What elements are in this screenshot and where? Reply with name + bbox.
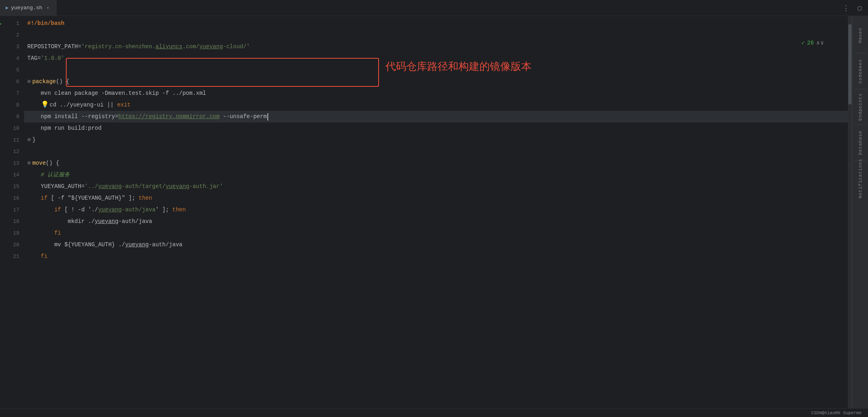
bulb-icon: 💡 — [41, 99, 49, 111]
sidebar-item-maven[interactable]: Maven — [852, 19, 868, 51]
bottom-bar: CSDN@XiaoRH Superme — [0, 408, 868, 417]
sidebar-divider-3 — [854, 125, 866, 125]
code-line-5 — [24, 64, 848, 76]
codegeex-label: CodeGeex — [858, 59, 863, 84]
code-line-16: if [ -f "${YUEYANG_AUTH}" ]; then — [24, 192, 848, 204]
notifications-label: Notifications — [858, 159, 863, 198]
code-line-2 — [24, 29, 848, 41]
code-line-12 — [24, 146, 848, 157]
line-number-14: 14 — [6, 169, 19, 181]
code-line-11: ⊖} — [24, 134, 848, 146]
sidebar-item-endpoints[interactable]: Endpoints — [852, 91, 868, 123]
code-line-4: TAG='1.0.0' — [24, 53, 848, 64]
tab-bar-actions: ⋮ ▢ — [839, 2, 868, 14]
line-number-13: 13 — [6, 157, 19, 169]
code-line-1: #!/bin/bash — [24, 18, 848, 29]
tab-list: ▶ yueyang.sh × — [0, 0, 57, 16]
tab-filename: yueyang.sh — [11, 5, 42, 11]
code-line-21: fi — [24, 251, 848, 262]
line-number-10: 10 — [6, 123, 19, 134]
line-number-6: 6 — [6, 76, 19, 88]
line-number-21: 21 — [6, 251, 19, 262]
sidebar-divider-2 — [854, 89, 866, 89]
code-line-9: npm install --registry=https://registry.… — [24, 111, 848, 123]
line-number-18: 18 — [6, 216, 19, 227]
line-number-20: 20 — [6, 239, 19, 251]
text-cursor — [267, 113, 268, 121]
line-number-1: ▶ 1 — [6, 18, 19, 29]
maven-label: Maven — [858, 28, 863, 43]
code-editor[interactable]: ▶ 1 2 3 4 5 6 7 8 9 10 11 12 13 14 15 16… — [0, 16, 852, 408]
code-line-17: if [ ! -d './yueyang-auth/java' ]; then — [24, 204, 848, 216]
endpoints-label: Endpoints — [858, 93, 863, 121]
line-number-2: 2 — [6, 29, 19, 41]
code-line-10: npm run build:prod — [24, 123, 848, 134]
sidebar-item-codegeex[interactable]: CodeGeex — [852, 55, 868, 87]
database-label: Database — [858, 131, 863, 155]
code-line-8: 💡cd ../yueyang-ui || exit — [24, 99, 848, 111]
main-area: ▶ 1 2 3 4 5 6 7 8 9 10 11 12 13 14 15 16… — [0, 16, 868, 408]
chevron-down-icon[interactable]: ∨ — [821, 39, 824, 46]
sidebar-item-database[interactable]: Database — [852, 127, 868, 159]
line-count: 26 — [807, 40, 814, 46]
code-line-7: mvn clean package -Dmaven.test.skip -f .… — [24, 88, 848, 99]
code-line-18: mkdir ./yueyang-auth/java — [24, 216, 848, 227]
code-line-14: # 认证服务 — [24, 169, 848, 181]
chevron-up-icon[interactable]: ∧ — [816, 39, 819, 46]
tab-yueyang-sh[interactable]: ▶ yueyang.sh × — [0, 0, 57, 16]
shell-file-icon: ▶ — [6, 5, 8, 11]
tab-bar: ▶ yueyang.sh × ⋮ ▢ — [0, 0, 868, 16]
code-line-13: ⊖move() { — [24, 157, 848, 169]
code-content[interactable]: #!/bin/bash REPOSITORY_PATH='registry.cn… — [24, 16, 848, 408]
checkmark-icon: ✓ — [801, 39, 805, 46]
line-number-19: 19 — [6, 227, 19, 239]
code-line-20: mv ${YUEYANG_AUTH} ./yueyang-auth/java — [24, 239, 848, 251]
line-number-5: 5 — [6, 64, 19, 76]
line-number-11: 11 — [6, 134, 19, 146]
editor-scrollbar[interactable] — [848, 16, 852, 408]
line-number-12: 12 — [6, 146, 19, 157]
code-line-6: ⊖package() { — [24, 76, 848, 88]
maximize-button[interactable]: ▢ — [854, 2, 865, 14]
more-options-button[interactable]: ⋮ — [839, 2, 853, 14]
sidebar-divider-1 — [854, 53, 866, 53]
fold-icon-13: ⊖ — [27, 157, 31, 169]
sidebar-item-notifications[interactable]: Notifications — [852, 162, 868, 194]
line-numbers: ▶ 1 2 3 4 5 6 7 8 9 10 11 12 13 14 15 16… — [0, 16, 24, 408]
run-icon[interactable]: ▶ — [0, 18, 2, 29]
right-sidebar: Maven CodeGeex Endpoints Database Notifi… — [852, 16, 868, 408]
line-number-8: 8 — [6, 99, 19, 111]
fold-icon-6: ⊖ — [27, 76, 31, 88]
line-number-16: 16 — [6, 192, 19, 204]
bottom-bar-info: CSDN@XiaoRH Superme — [811, 411, 862, 415]
line-number-17: 17 — [6, 204, 19, 216]
line-number-9: 9 — [6, 111, 19, 123]
code-line-15: YUEYANG_AUTH='../yueyang-auth/target/yue… — [24, 181, 848, 192]
code-line-3: REPOSITORY_PATH='registry.cn-shenzhen.al… — [24, 41, 848, 53]
line-number-15: 15 — [6, 181, 19, 192]
fold-icon-11: ⊖ — [27, 134, 31, 146]
line-counter-chevrons[interactable]: ∧ ∨ — [816, 39, 824, 46]
shebang: #!/bin/bash — [27, 18, 64, 29]
line-counter: ✓ 26 ∧ ∨ — [801, 39, 824, 46]
scrollbar-thumb[interactable] — [848, 24, 852, 104]
line-number-3: 3 — [6, 41, 19, 53]
line-number-4: 4 — [6, 53, 19, 64]
line-number-7: 7 — [6, 88, 19, 99]
tab-close-button[interactable]: × — [45, 5, 51, 11]
code-line-19: fi — [24, 227, 848, 239]
